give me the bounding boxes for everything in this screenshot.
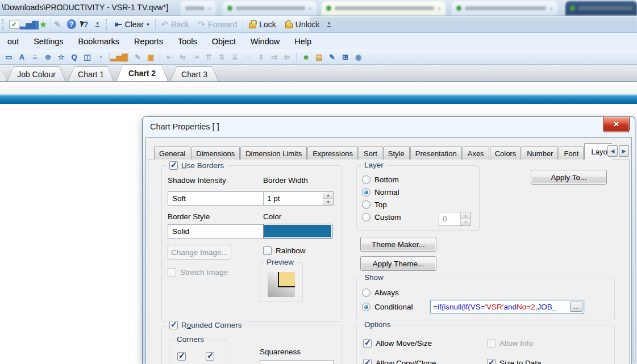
lock-button[interactable]: Lock <box>244 18 281 31</box>
sheet-tab-job-colour[interactable]: Job Colour <box>7 66 66 81</box>
rainbow-checkbox[interactable] <box>263 246 272 255</box>
theme-maker-button[interactable]: Theme Maker... <box>360 237 436 252</box>
menu-layout-partial[interactable]: out <box>0 33 26 49</box>
tab-scroll-right-button[interactable]: ▶ <box>619 145 629 157</box>
align-right-icon[interactable]: ⇥ <box>189 51 202 62</box>
tab-scroll-left-button[interactable]: ◀ <box>607 145 618 157</box>
button-object-icon[interactable]: ☆ <box>55 51 68 62</box>
stretch-image-checkbox-row[interactable]: Stretch Image <box>168 268 228 277</box>
dialog-tab-font[interactable]: Font <box>559 147 584 160</box>
statistics-box-icon[interactable]: ⊚ <box>41 51 55 62</box>
sheet-tab-chart-1[interactable]: Chart 1 <box>68 66 114 81</box>
back-button[interactable]: ↶ Back <box>157 18 194 31</box>
background-browser-tab[interactable]: × <box>181 1 216 15</box>
edit-expression-icon[interactable]: ✎ <box>326 51 339 62</box>
sheet-tab-chart-2[interactable]: Chart 2 <box>116 64 168 81</box>
allow-copy-clone-checkbox[interactable]: Allow Copy/Clone <box>363 356 487 364</box>
squareness-field[interactable] <box>260 360 334 364</box>
allow-info-checkbox[interactable]: Allow Info <box>487 336 607 351</box>
chart-wizard-icon[interactable]: ▂▅▇ <box>113 51 126 62</box>
list-box-icon[interactable]: ≡ <box>28 51 41 62</box>
dialog-tab-expressions[interactable]: Expressions <box>307 147 358 160</box>
use-borders-checkbox[interactable] <box>169 161 178 170</box>
border-style-select[interactable]: Solid ▼ <box>168 224 273 239</box>
add-bookmark-star-icon[interactable]: ★ <box>36 18 50 31</box>
align-top-icon[interactable]: ⇈ <box>202 51 215 62</box>
spin-down-icon[interactable]: ▼ <box>323 198 333 205</box>
align-left-icon[interactable]: ⇤ <box>163 51 176 62</box>
layer-top-radio[interactable]: Top <box>362 198 401 211</box>
conditional-expression-input[interactable]: =if(isnull(lf(VS='VSR' and No=2, JOB_ ..… <box>430 300 584 313</box>
clear-button[interactable]: ⇤ Clear ▾ <box>110 18 154 31</box>
menu-object[interactable]: Object <box>205 33 243 49</box>
spin-down-icon[interactable]: ▼ <box>461 219 471 225</box>
layer-normal-radio[interactable]: Normal <box>362 186 401 198</box>
help-icon[interactable]: ? <box>66 19 76 29</box>
spin-up-icon[interactable]: ▲ <box>323 192 333 198</box>
menu-tools[interactable]: Tools <box>170 33 205 49</box>
border-width-spinner[interactable]: 1 pt ▲▼ <box>263 191 334 206</box>
rounded-corners-checkbox[interactable] <box>169 321 178 329</box>
toolbar-overflow-button[interactable] <box>94 18 101 31</box>
report-editor-icon[interactable]: ◉ <box>352 51 365 62</box>
menu-window[interactable]: Window <box>243 33 288 49</box>
dialog-titlebar[interactable]: Chart Properties [ ] × <box>143 117 635 137</box>
change-image-button[interactable]: Change Image... <box>168 245 231 260</box>
menu-settings[interactable]: Settings <box>26 33 70 49</box>
menu-help[interactable]: Help <box>287 33 319 49</box>
menu-bookmarks[interactable]: Bookmarks <box>71 33 127 49</box>
paste-clipboard-icon[interactable]: ▤ <box>313 51 326 62</box>
dialog-tab-style[interactable]: Style <box>383 147 410 160</box>
current-selections-icon[interactable]: ◔ <box>94 51 107 62</box>
shadow-intensity-select[interactable]: Soft ▼ <box>168 191 273 206</box>
corner-top-right-checkbox[interactable] <box>206 352 214 361</box>
border-color-swatch[interactable] <box>263 224 332 239</box>
whats-this-icon[interactable]: ? <box>78 18 93 31</box>
expression-editor-button[interactable]: ... <box>570 302 582 312</box>
toolbar-grip[interactable] <box>106 19 109 30</box>
background-browser-tab[interactable]: × <box>322 1 446 15</box>
apply-to-button[interactable]: Apply To... <box>531 170 607 185</box>
sheet-properties-icon[interactable]: ▭ <box>2 51 15 62</box>
spin-up-icon[interactable]: ▲ <box>461 212 471 219</box>
same-width-icon[interactable]: ⇔ <box>242 51 255 62</box>
rainbow-checkbox-row[interactable]: Rainbow <box>263 246 306 255</box>
background-browser-tab[interactable]: × <box>223 1 317 15</box>
size-to-data-checkbox[interactable]: Size to Data <box>487 356 607 364</box>
dialog-tab-number[interactable]: Number <box>522 147 558 160</box>
show-conditional-radio[interactable]: Conditional <box>362 300 413 314</box>
space-evenly-icon[interactable]: ⇉ <box>268 51 281 62</box>
dialog-tab-dimension-limits[interactable]: Dimension Limits <box>240 147 307 160</box>
design-grid-icon[interactable]: ▣ <box>144 51 157 62</box>
center-horizontal-icon[interactable]: ⇆ <box>176 51 189 62</box>
sheet-tab-chart-3[interactable]: Chart 3 <box>170 66 219 81</box>
close-button[interactable]: × <box>603 117 630 132</box>
dialog-tab-general[interactable]: General <box>154 147 190 160</box>
same-height-icon[interactable]: ⇕ <box>255 51 268 62</box>
dialog-tab-colors[interactable]: Colors <box>490 147 522 160</box>
show-always-radio[interactable]: Always <box>362 286 413 300</box>
allow-move-size-checkbox[interactable]: Allow Move/Size <box>363 336 487 351</box>
layer-custom-radio[interactable]: Custom <box>362 211 401 223</box>
edit-script-icon[interactable]: ☻ <box>299 51 313 62</box>
center-vertical-icon[interactable]: ⇅ <box>215 51 228 62</box>
toolbar-grip[interactable] <box>2 19 5 30</box>
search-object-icon[interactable]: Q <box>68 51 81 62</box>
background-browser-tab[interactable]: × <box>452 1 557 15</box>
adjust-off-icon[interactable]: ⇇ <box>281 51 294 62</box>
design-toggle-icon[interactable]: ✓ <box>9 20 19 29</box>
text-object-icon[interactable]: A <box>15 51 28 62</box>
quick-chart-wizard-icon[interactable]: ▂▅▇ <box>22 18 36 31</box>
apply-theme-button[interactable]: Apply Theme... <box>360 256 436 271</box>
forward-button[interactable]: ↷ Forward <box>193 18 242 31</box>
dialog-tab-sort[interactable]: Sort <box>359 147 382 160</box>
dialog-tab-axes[interactable]: Axes <box>463 147 489 160</box>
align-bottom-icon[interactable]: ⇊ <box>228 51 242 62</box>
layer-custom-spinner[interactable]: 0 ▲▼ <box>439 212 471 226</box>
menu-reports[interactable]: Reports <box>127 33 170 49</box>
layer-bottom-radio[interactable]: Bottom <box>362 173 401 186</box>
stretch-image-checkbox[interactable] <box>168 268 176 277</box>
edit-notes-icon[interactable]: ✎ <box>50 18 64 31</box>
toolbar-overflow-button[interactable] <box>342 51 349 64</box>
dialog-tab-presentation[interactable]: Presentation <box>410 147 462 160</box>
